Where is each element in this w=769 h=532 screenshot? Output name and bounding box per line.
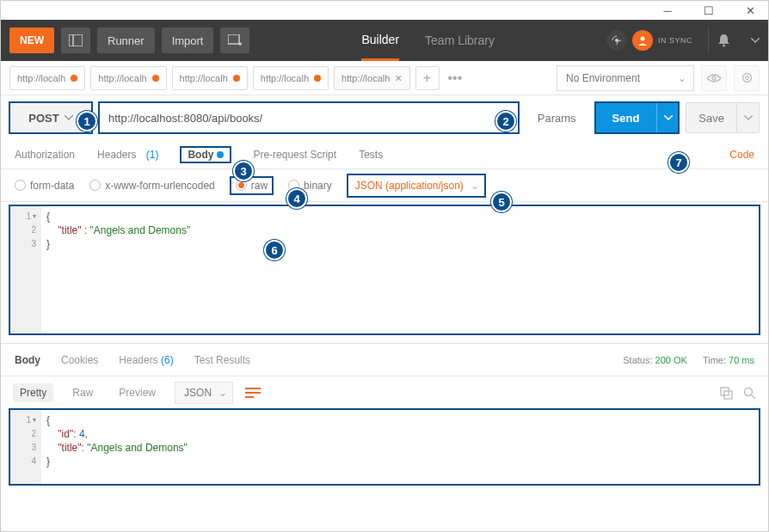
callout-7: 7: [668, 152, 689, 173]
editor-gutter: 1 ▾ 2 3 4: [10, 410, 41, 484]
svg-line-17: [752, 395, 755, 399]
maximize-button[interactable]: ☐: [694, 1, 723, 20]
svg-point-10: [745, 76, 748, 80]
close-tab-icon[interactable]: ×: [395, 71, 402, 85]
minimize-button[interactable]: ─: [653, 1, 682, 20]
view-mode-preview[interactable]: Preview: [112, 383, 163, 402]
url-input[interactable]: [99, 102, 519, 133]
svg-point-8: [712, 76, 716, 80]
request-url-row: POST Params Send Save: [1, 95, 768, 140]
body-type-row: form-data x-www-form-urlencoded raw bina…: [1, 169, 768, 202]
search-response-button[interactable]: [743, 387, 756, 400]
svg-rect-0: [69, 34, 83, 46]
sync-status[interactable]: IN SYNC: [606, 30, 692, 51]
request-tabs-row: http://localh http://localh http://local…: [1, 61, 768, 95]
new-window-icon: [228, 34, 242, 46]
user-avatar-icon: [637, 34, 649, 46]
sync-label: IN SYNC: [658, 36, 692, 45]
new-window-button[interactable]: [220, 28, 249, 53]
eye-icon: [707, 74, 721, 83]
request-body-editor[interactable]: 1 ▾ 2 3 { "title" : "Angels and Demons" …: [9, 205, 760, 334]
environment-settings-button[interactable]: [734, 65, 760, 91]
chevron-down-icon: [65, 115, 73, 120]
close-window-button[interactable]: ✕: [735, 1, 765, 20]
tab-builder[interactable]: Builder: [361, 21, 399, 61]
callout-1: 1: [77, 111, 97, 131]
dirty-indicator-icon: [71, 75, 77, 82]
svg-point-16: [745, 388, 753, 395]
import-button[interactable]: Import: [162, 28, 214, 53]
gear-icon: [741, 71, 754, 84]
tab-team-library[interactable]: Team Library: [425, 21, 495, 59]
new-tab-button[interactable]: +: [415, 66, 440, 90]
settings-dropdown[interactable]: [746, 38, 760, 43]
callout-2: 2: [495, 111, 516, 131]
body-type-form-data[interactable]: form-data: [15, 180, 74, 192]
editor-gutter: 1 ▾ 2 3: [10, 206, 41, 333]
request-tab[interactable]: http://localh: [9, 66, 85, 90]
environment-quicklook-button[interactable]: [701, 65, 727, 91]
copy-icon: [720, 387, 733, 400]
response-tab-test-results[interactable]: Test Results: [194, 354, 250, 366]
editor-code[interactable]: { "title" : "Angels and Demons" }: [41, 206, 759, 333]
callout-6: 6: [264, 240, 285, 260]
content-type-select[interactable]: JSON (application/json) ⌄: [348, 174, 485, 197]
editor-code: { "id": 4, "title": "Angels and Demons" …: [41, 410, 759, 484]
notifications-button[interactable]: [708, 28, 739, 53]
copy-response-button[interactable]: [720, 387, 733, 400]
save-button[interactable]: Save: [686, 102, 737, 133]
response-toolbar: Pretty Raw Preview JSON ⌄: [1, 376, 768, 409]
chevron-down-icon: [664, 115, 673, 120]
request-subtabs: Authorization Headers (1) Body Pre-reque…: [1, 140, 768, 169]
chevron-down-icon: ⌄: [678, 72, 686, 84]
subtab-authorization[interactable]: Authorization: [15, 149, 75, 161]
subtab-prerequest-script[interactable]: Pre-request Script: [253, 149, 336, 161]
request-tab[interactable]: http://localh: [253, 66, 329, 90]
toggle-sidebar-button[interactable]: [61, 28, 90, 53]
environment-select[interactable]: No Environment ⌄: [557, 65, 694, 91]
callout-4: 4: [286, 188, 307, 209]
subtab-headers[interactable]: Headers (1): [97, 149, 158, 161]
window-titlebar: ─ ☐ ✕: [1, 1, 768, 20]
dirty-indicator-icon: [152, 75, 159, 82]
generate-code-link[interactable]: Code: [729, 149, 754, 161]
response-tabs: Body Cookies Headers (6) Test Results St…: [1, 344, 768, 376]
callout-5: 5: [491, 192, 512, 212]
response-tab-headers[interactable]: Headers (6): [119, 354, 173, 366]
wrap-lines-button[interactable]: [245, 387, 261, 399]
request-tab[interactable]: http://localh: [172, 66, 248, 90]
bell-icon: [717, 34, 730, 47]
response-status: Status: 200 OK Time: 70 ms: [623, 355, 754, 365]
dirty-indicator-icon: [233, 75, 240, 82]
response-body-editor[interactable]: 1 ▾ 2 3 4 { "id": 4, "title": "Angels an…: [9, 409, 760, 485]
response-tab-body[interactable]: Body: [15, 354, 40, 366]
callout-3: 3: [233, 161, 254, 181]
response-format-select[interactable]: JSON ⌄: [175, 382, 233, 404]
save-dropdown-button[interactable]: [737, 102, 760, 133]
chevron-down-icon: ⌄: [218, 387, 227, 399]
new-button[interactable]: NEW: [9, 28, 54, 53]
subtab-tests[interactable]: Tests: [359, 149, 383, 161]
body-active-dot-icon: [217, 151, 224, 158]
subtab-body[interactable]: Body: [181, 147, 231, 162]
params-button[interactable]: Params: [526, 102, 588, 133]
satellite-icon: [611, 34, 623, 46]
svg-point-7: [723, 45, 725, 47]
view-mode-pretty[interactable]: Pretty: [13, 383, 53, 402]
chevron-down-icon: [744, 115, 753, 120]
svg-point-9: [742, 74, 751, 83]
send-button[interactable]: Send: [595, 102, 657, 133]
request-tab[interactable]: http://localh: [90, 66, 166, 90]
chevron-down-icon: [751, 38, 760, 43]
body-type-urlencoded[interactable]: x-www-form-urlencoded: [89, 180, 214, 192]
view-mode-raw[interactable]: Raw: [65, 383, 100, 402]
send-dropdown-button[interactable]: [656, 102, 679, 133]
request-tab-active[interactable]: http://localh×: [334, 66, 409, 90]
wrap-icon: [245, 387, 261, 399]
svg-point-6: [640, 37, 644, 41]
response-tab-cookies[interactable]: Cookies: [61, 354, 98, 366]
runner-button[interactable]: Runner: [97, 28, 155, 53]
tab-overflow-button[interactable]: •••: [445, 70, 466, 86]
chevron-down-icon: ⌄: [471, 180, 479, 192]
svg-rect-2: [228, 34, 239, 44]
